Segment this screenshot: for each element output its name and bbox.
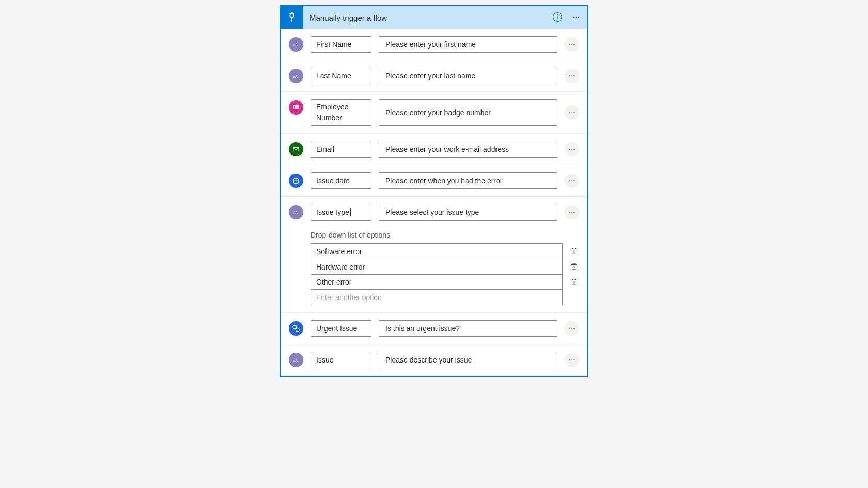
svg-point-45 [574, 328, 575, 329]
svg-rect-24 [293, 179, 298, 183]
row-more-button[interactable] [565, 205, 579, 219]
svg-text:aA: aA [293, 358, 298, 363]
svg-point-47 [569, 359, 570, 360]
delete-option-button[interactable] [569, 278, 579, 286]
yesno-type-icon [289, 321, 303, 336]
svg-point-32 [569, 212, 570, 213]
input-row-email [281, 134, 587, 165]
text-type-icon: aA [289, 37, 303, 52]
svg-point-4 [573, 16, 575, 18]
header-more-icon[interactable] [571, 12, 581, 24]
dropdown-options-label: Drop-down list of options [311, 231, 579, 239]
row-more-button[interactable] [565, 69, 579, 83]
option-row [311, 274, 579, 290]
svg-point-30 [574, 180, 575, 181]
option-input[interactable] [311, 259, 563, 274]
input-description-field[interactable] [379, 352, 557, 368]
number-type-icon: 123 [289, 100, 303, 115]
label-text: Issue type [316, 208, 349, 216]
option-input[interactable] [311, 243, 563, 259]
card-header: Manually trigger a flow [281, 6, 587, 29]
row-more-button[interactable] [565, 142, 579, 156]
header-actions [552, 12, 581, 24]
svg-point-21 [569, 149, 570, 150]
option-row [311, 243, 579, 259]
row-more-button[interactable] [565, 353, 579, 367]
svg-point-34 [574, 212, 575, 213]
svg-point-9 [571, 44, 572, 45]
input-label-field[interactable] [311, 36, 371, 53]
input-row-urgent-issue [281, 313, 587, 344]
row-more-button[interactable] [565, 174, 579, 188]
input-description-field[interactable] [379, 141, 557, 158]
input-label-field[interactable] [311, 172, 371, 189]
email-type-icon [289, 142, 303, 156]
option-new-input[interactable] [311, 290, 563, 305]
row-more-button[interactable] [565, 37, 579, 52]
input-label-field[interactable]: Employee Number [311, 99, 371, 126]
input-label-field[interactable] [311, 320, 371, 337]
svg-point-22 [571, 149, 572, 150]
svg-point-8 [569, 44, 570, 45]
touch-icon [286, 12, 298, 23]
trash-icon [570, 263, 578, 270]
input-row-issue-date [281, 165, 587, 197]
trash-icon [570, 247, 578, 255]
svg-point-13 [571, 75, 572, 76]
input-description-field[interactable] [379, 99, 557, 126]
card-title: Manually trigger a flow [309, 13, 552, 22]
trash-icon [570, 278, 578, 286]
svg-point-43 [569, 328, 570, 329]
option-input[interactable] [311, 274, 563, 290]
input-label-field-active[interactable]: Issue type [311, 204, 371, 221]
input-label-field[interactable] [311, 68, 371, 84]
svg-point-29 [571, 180, 572, 181]
svg-point-44 [571, 328, 572, 329]
svg-point-10 [574, 44, 575, 45]
card-body: aA aA 123 Employee Number [281, 29, 587, 376]
info-icon[interactable] [552, 12, 563, 24]
svg-point-18 [571, 112, 572, 113]
input-description-field[interactable] [379, 68, 557, 84]
svg-point-5 [576, 16, 577, 18]
svg-point-28 [569, 180, 570, 181]
input-row-main: aA Issue type [289, 204, 579, 221]
svg-point-0 [290, 14, 293, 18]
svg-point-48 [571, 359, 572, 360]
input-row-last-name: aA [281, 60, 587, 92]
date-type-icon [289, 174, 303, 188]
svg-point-17 [569, 112, 570, 113]
input-description-field[interactable] [379, 320, 557, 337]
svg-point-6 [578, 16, 580, 18]
input-row-issue-type: aA Issue type Drop-down list of options [281, 197, 587, 313]
row-more-button[interactable] [565, 105, 579, 120]
text-type-icon: aA [289, 353, 303, 367]
delete-option-button[interactable] [569, 263, 579, 270]
input-row-employee-number: 123 Employee Number [281, 92, 587, 134]
input-description-field[interactable] [379, 172, 557, 189]
input-row-first-name: aA [281, 29, 587, 60]
svg-text:123: 123 [295, 106, 299, 109]
input-label-field[interactable] [311, 352, 371, 368]
dropdown-options-section: Drop-down list of options [311, 231, 579, 305]
option-row [311, 259, 579, 274]
svg-point-23 [574, 149, 575, 150]
svg-text:aA: aA [293, 74, 298, 79]
input-label-field[interactable] [311, 141, 371, 158]
svg-point-42 [296, 328, 299, 332]
svg-text:aA: aA [293, 43, 298, 48]
text-cursor-icon [350, 208, 351, 216]
svg-point-33 [571, 212, 572, 213]
delete-option-button[interactable] [569, 247, 579, 255]
trigger-card: Manually trigger a flow aA [280, 5, 588, 377]
svg-point-14 [574, 75, 575, 76]
text-type-icon: aA [289, 205, 303, 219]
svg-point-12 [569, 75, 570, 76]
svg-point-41 [293, 325, 297, 329]
svg-point-3 [557, 14, 558, 15]
input-description-field[interactable] [379, 204, 557, 221]
input-row-issue: aA [281, 344, 587, 376]
svg-point-49 [574, 359, 575, 360]
row-more-button[interactable] [565, 321, 579, 336]
input-description-field[interactable] [379, 36, 557, 53]
